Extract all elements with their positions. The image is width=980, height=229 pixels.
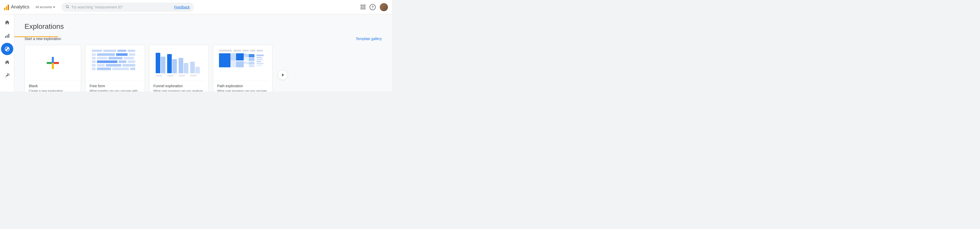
- app-title: Analytics: [11, 4, 29, 10]
- funnel-card-info: Funnel exploration What user journeys ca…: [149, 81, 208, 92]
- svg-rect-59: [249, 65, 255, 67]
- blank-card-visual: [25, 45, 81, 81]
- svg-rect-24: [119, 60, 126, 63]
- svg-rect-15: [97, 53, 115, 56]
- svg-rect-63: [256, 61, 261, 62]
- sidebar-item-advertising[interactable]: [1, 56, 13, 68]
- svg-rect-65: [256, 65, 262, 66]
- page-title: Explorations: [24, 22, 382, 30]
- sidebar: [0, 14, 14, 92]
- svg-rect-12: [118, 50, 126, 52]
- svg-rect-18: [92, 57, 96, 59]
- section-label: Start a new exploration: [24, 37, 61, 41]
- blank-card-desc: Create a new exploration: [29, 89, 77, 92]
- header-right-controls: ?: [361, 3, 388, 11]
- exploration-cards-row: Blank Create a new exploration: [24, 45, 382, 92]
- svg-rect-56: [249, 54, 255, 57]
- svg-rect-10: [92, 50, 102, 52]
- svg-rect-20: [108, 57, 123, 59]
- bar-chart-icon: [4, 33, 10, 38]
- svg-rect-46: [179, 75, 185, 76]
- svg-rect-45: [167, 75, 173, 76]
- svg-rect-62: [256, 59, 263, 60]
- explore-icon: [4, 46, 10, 52]
- freeform-card-desc: What insights can you uncover with custo…: [89, 89, 141, 92]
- svg-rect-40: [184, 63, 188, 73]
- next-button[interactable]: [278, 70, 288, 80]
- svg-rect-28: [106, 64, 121, 67]
- svg-rect-13: [127, 50, 135, 52]
- sidebar-item-explore[interactable]: [1, 43, 13, 55]
- main-layout: Explorations Start a new exploration Tem…: [0, 14, 392, 92]
- svg-rect-4: [8, 34, 9, 38]
- path-card[interactable]: Path exploration What user journeys can …: [213, 45, 272, 92]
- satellite-icon: [4, 73, 10, 78]
- svg-rect-27: [97, 64, 105, 67]
- svg-rect-23: [97, 60, 118, 63]
- analytics-logo-icon: [4, 4, 9, 10]
- svg-rect-17: [129, 53, 135, 56]
- svg-rect-38: [172, 59, 177, 73]
- svg-rect-14: [92, 53, 96, 56]
- svg-rect-51: [250, 50, 255, 51]
- template-gallery-link[interactable]: Template gallery: [356, 37, 382, 41]
- main-content: Explorations Start a new exploration Tem…: [14, 14, 392, 92]
- path-chart-icon: [217, 48, 266, 78]
- sidebar-item-reports[interactable]: [1, 30, 13, 42]
- help-icon[interactable]: ?: [369, 4, 375, 10]
- path-card-visual: [213, 45, 269, 81]
- svg-line-1: [68, 7, 69, 8]
- user-avatar[interactable]: [380, 3, 388, 11]
- freeform-card[interactable]: Free form What insights can you uncover …: [85, 45, 145, 92]
- home-icon: [4, 20, 10, 25]
- accounts-label: All accounts: [35, 5, 52, 9]
- svg-rect-35: [156, 53, 160, 73]
- apps-grid-icon[interactable]: [361, 5, 366, 10]
- svg-rect-2: [5, 36, 6, 38]
- svg-rect-29: [123, 64, 135, 67]
- svg-rect-30: [92, 68, 96, 70]
- funnel-card[interactable]: Funnel exploration What user journeys ca…: [149, 45, 209, 92]
- accounts-selector[interactable]: All accounts: [35, 5, 55, 9]
- svg-rect-50: [242, 50, 249, 51]
- sidebar-item-satellite[interactable]: [1, 69, 13, 82]
- svg-rect-64: [256, 63, 264, 64]
- svg-rect-44: [156, 75, 162, 76]
- svg-rect-42: [195, 67, 200, 73]
- blank-card[interactable]: Blank Create a new exploration: [24, 45, 81, 92]
- svg-rect-11: [103, 50, 116, 52]
- funnel-card-visual: [149, 45, 205, 81]
- chevron-down-icon: [53, 6, 55, 8]
- svg-rect-22: [92, 60, 96, 63]
- search-bar[interactable]: Try searching "measurement ID" Feedback: [61, 3, 194, 12]
- feedback-link[interactable]: Feedback: [174, 5, 189, 9]
- search-placeholder-text: Try searching "measurement ID": [72, 5, 172, 9]
- svg-rect-26: [92, 64, 96, 67]
- svg-rect-16: [116, 53, 127, 56]
- svg-rect-37: [167, 54, 172, 73]
- svg-rect-57: [249, 58, 255, 61]
- top-header: Analytics All accounts Try searching "me…: [0, 0, 392, 14]
- freeform-card-info: Free form What insights can you uncover …: [86, 81, 145, 92]
- svg-rect-53: [219, 53, 231, 67]
- svg-rect-31: [97, 68, 111, 70]
- funnel-chart-icon: [153, 48, 202, 78]
- svg-rect-55: [236, 61, 244, 67]
- svg-rect-60: [256, 54, 264, 56]
- svg-rect-3: [6, 35, 8, 38]
- svg-rect-21: [124, 57, 134, 59]
- section-header: Start a new exploration Template gallery: [24, 37, 382, 41]
- svg-rect-48: [219, 50, 232, 51]
- freeform-card-visual: [86, 45, 142, 81]
- funnel-card-title: Funnel exploration: [153, 84, 204, 88]
- chevron-right-icon: [282, 73, 284, 76]
- logo-area: Analytics: [4, 4, 29, 10]
- advertising-icon: [4, 59, 10, 65]
- funnel-card-desc: What user journeys can you analyze, segm…: [153, 89, 204, 92]
- svg-rect-61: [256, 57, 262, 58]
- freeform-card-title: Free form: [89, 84, 141, 88]
- svg-line-8: [5, 75, 7, 77]
- sidebar-item-home[interactable]: [1, 16, 13, 29]
- svg-rect-49: [234, 50, 241, 51]
- plus-icon: [47, 57, 59, 69]
